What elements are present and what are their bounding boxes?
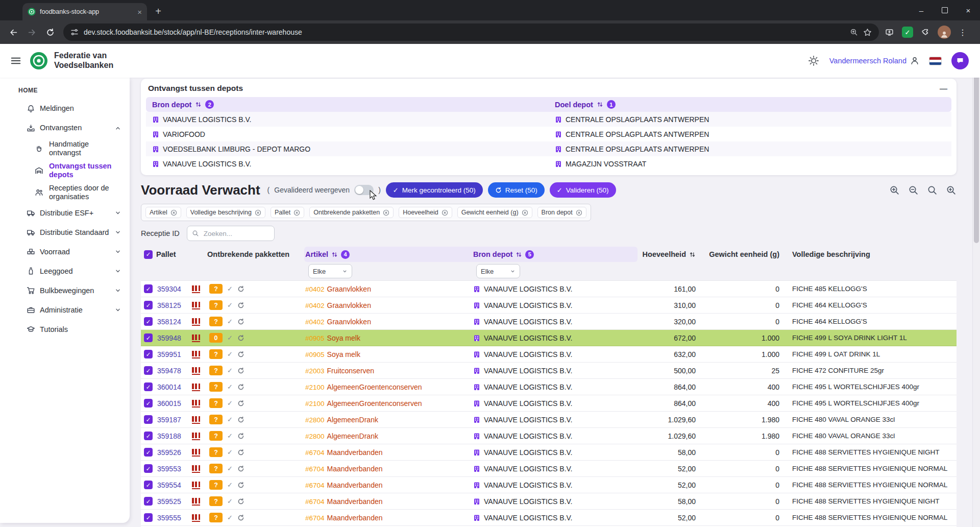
new-tab-button[interactable]: + <box>151 4 165 18</box>
depot-mapping-row[interactable]: VANAUVE LOGISTICS B.V. MAGAZIJN VOSSTRAA… <box>146 156 951 171</box>
article-link[interactable]: Soya melk <box>327 350 360 358</box>
receptie-search-input[interactable] <box>203 229 270 238</box>
refresh-icon[interactable] <box>237 416 244 423</box>
refresh-icon[interactable] <box>237 351 244 358</box>
refresh-icon[interactable] <box>237 482 244 489</box>
pallet-number-link[interactable]: 359188 <box>157 432 181 440</box>
check-icon[interactable]: ✓ <box>227 448 233 456</box>
page-scrollbar[interactable] <box>972 44 980 527</box>
support-button[interactable] <box>951 52 969 69</box>
extension-check-icon[interactable]: ✓ <box>899 24 916 40</box>
check-icon[interactable]: ✓ <box>227 301 233 309</box>
reset-button[interactable]: Reset (50) <box>488 182 545 198</box>
check-icon[interactable]: ✓ <box>227 416 233 423</box>
refresh-icon[interactable] <box>237 334 244 342</box>
refresh-icon[interactable] <box>237 285 244 293</box>
row-checkbox[interactable]: ✓ <box>144 497 153 506</box>
refresh-icon[interactable] <box>237 367 244 374</box>
sidebar-item-voorraad[interactable]: Voorraad <box>0 242 130 261</box>
refresh-icon[interactable] <box>237 384 244 391</box>
window-maximize-button[interactable] <box>933 0 957 20</box>
row-checkbox[interactable]: ✓ <box>144 382 153 391</box>
sort-icon[interactable] <box>516 251 522 258</box>
row-checkbox[interactable]: ✓ <box>144 333 153 342</box>
collapse-card-icon[interactable]: — <box>940 85 947 92</box>
row-checkbox[interactable]: ✓ <box>144 513 153 522</box>
refresh-icon[interactable] <box>237 433 244 440</box>
article-link[interactable]: AlgemeenGroentenconserven <box>327 399 422 408</box>
chip-remove-icon[interactable] <box>442 209 448 216</box>
refresh-icon[interactable] <box>237 318 244 325</box>
depot-mapping-row[interactable]: VOEDSELBANK LIMBURG - DEPOT MARGO CENTRA… <box>146 141 951 156</box>
install-app-icon[interactable] <box>881 24 897 40</box>
hamburger-menu-icon[interactable] <box>9 54 22 67</box>
receptie-searchbox[interactable] <box>187 226 275 241</box>
article-link[interactable]: Fruitconserven <box>327 367 375 375</box>
window-close-button[interactable]: × <box>957 0 980 20</box>
address-bar[interactable]: dev.stock.foodbanksit.be/stock/app/nl-BE… <box>63 23 879 41</box>
site-settings-icon[interactable] <box>70 28 79 36</box>
filter-chip[interactable]: Artikel <box>145 207 181 218</box>
article-link[interactable]: Graanvlokken <box>327 318 371 326</box>
check-icon[interactable]: ✓ <box>227 514 233 521</box>
filter-chip[interactable]: Pallet <box>271 207 304 218</box>
pallet-number-link[interactable]: 359187 <box>157 416 181 424</box>
row-checkbox[interactable]: ✓ <box>144 366 153 375</box>
column-header-artikel[interactable]: Artikel 4 <box>304 247 472 262</box>
sidebar-item-ontvangst-tussen-depots[interactable]: Ontvangst tussen depots <box>0 160 130 182</box>
check-icon[interactable]: ✓ <box>227 383 233 391</box>
column-header-beschrijving[interactable]: Volledige beschrijving <box>786 247 957 262</box>
filter-chip[interactable]: Bron depot <box>537 207 586 218</box>
refresh-icon[interactable] <box>237 465 244 472</box>
row-checkbox[interactable]: ✓ <box>144 317 153 326</box>
user-menu[interactable]: Vandermeersch Roland <box>829 56 919 65</box>
column-header-hoeveelheid[interactable]: Hoeveelheid <box>638 247 702 262</box>
browser-profile-avatar[interactable] <box>936 24 952 40</box>
column-header-pallet[interactable]: Pallet <box>156 247 190 262</box>
depot-mapping-row[interactable]: VANAUVE LOGISTICS B.V. CENTRALE OPSLAGPL… <box>146 112 951 127</box>
reload-button[interactable] <box>42 24 58 40</box>
row-checkbox[interactable]: ✓ <box>144 284 153 293</box>
row-checkbox[interactable]: ✓ <box>144 481 153 489</box>
pallet-number-link[interactable]: 359553 <box>157 465 181 473</box>
pallet-number-link[interactable]: 359555 <box>157 514 181 522</box>
zoom-out-icon[interactable] <box>908 185 919 196</box>
article-filter-select[interactable]: Elke <box>308 264 352 278</box>
sidebar-item-meldingen[interactable]: Meldingen <box>0 99 130 118</box>
check-icon[interactable]: ✓ <box>227 318 233 325</box>
pallet-number-link[interactable]: 358125 <box>157 301 181 309</box>
refresh-icon[interactable] <box>237 514 244 521</box>
extensions-puzzle-icon[interactable] <box>918 24 934 40</box>
check-icon[interactable]: ✓ <box>227 350 233 358</box>
sidebar-item-tutorials[interactable]: Tutorials <box>0 320 130 339</box>
pallet-number-link[interactable]: 359526 <box>157 448 181 457</box>
pallet-number-link[interactable]: 360015 <box>157 399 181 408</box>
sidebar-item-distributie-esf[interactable]: Distributie ESF+ <box>0 203 130 223</box>
article-link[interactable]: AlgemeenDrank <box>327 416 378 424</box>
sidebar-item-ontvangsten[interactable]: Ontvangsten <box>0 118 130 138</box>
row-checkbox[interactable]: ✓ <box>144 399 153 408</box>
column-header-doel-depot[interactable]: Doel depot 1 <box>549 97 951 112</box>
depot-filter-select[interactable]: Elke <box>476 264 520 278</box>
language-flag-icon[interactable] <box>929 57 941 65</box>
check-icon[interactable]: ✓ <box>227 334 233 342</box>
article-link[interactable]: AlgemeenDrank <box>327 432 378 440</box>
column-header-bron-depot[interactable]: Bron depot 5 <box>472 247 638 262</box>
chip-remove-icon[interactable] <box>522 209 528 216</box>
chip-remove-icon[interactable] <box>293 209 300 216</box>
column-header-gewicht[interactable]: Gewicht eenheid (g) <box>702 247 786 262</box>
article-link[interactable]: Graanvlokken <box>327 301 371 309</box>
check-icon[interactable]: ✓ <box>227 481 233 489</box>
refresh-icon[interactable] <box>237 498 244 505</box>
pallet-number-link[interactable]: 359525 <box>157 497 181 506</box>
filter-chip[interactable]: Ontbrekende pakketten <box>309 207 394 218</box>
zoom-reset-icon[interactable] <box>946 185 957 196</box>
article-link[interactable]: AlgemeenGroentenconserven <box>327 383 422 391</box>
sort-icon[interactable] <box>195 101 202 108</box>
pallet-number-link[interactable]: 358124 <box>157 318 181 326</box>
refresh-icon[interactable] <box>237 302 244 309</box>
sort-icon[interactable] <box>331 251 338 258</box>
row-checkbox[interactable]: ✓ <box>144 301 153 309</box>
window-minimize-button[interactable]: – <box>910 0 933 20</box>
select-all-checkbox[interactable]: ✓ <box>144 250 153 259</box>
